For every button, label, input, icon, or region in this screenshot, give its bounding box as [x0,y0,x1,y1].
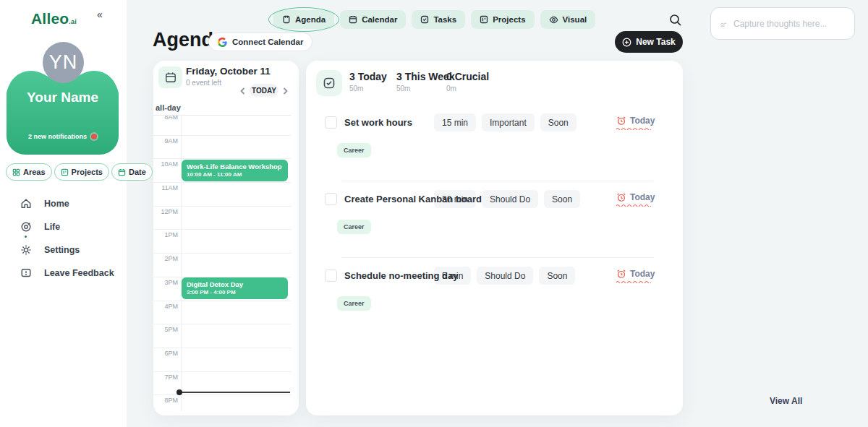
tab-calendar[interactable]: Calendar [340,10,406,29]
task-divider [342,181,653,181]
hour-label: 11AM [153,184,178,191]
chevron-right-icon[interactable] [281,85,289,98]
filter-areas[interactable]: Areas [6,163,52,181]
tasks-panel: 3 Today 50m 3 This Week 50m 0 Crucial 0m… [306,61,683,415]
top-navigation: Agenda Calendar Tasks Projects Visual [273,10,595,29]
due-underline-squiggle [616,127,651,130]
sidebar-item-feedback[interactable]: Leave Feedback [20,262,114,285]
hour-label: 8PM [153,397,178,404]
hour-row[interactable]: 4PM [153,301,292,324]
hour-row[interactable]: 9AM [153,135,292,159]
alarm-clock-icon [616,269,626,279]
hour-row[interactable]: 12PM [153,206,292,230]
sidebar: Alleo.ai « YN Your Name 2 new notificati… [0,0,127,427]
task-due-chip[interactable]: Today [616,116,655,126]
task-due-chip[interactable]: Today [616,192,655,202]
tab-projects[interactable]: Projects [471,10,534,29]
hour-row[interactable]: 8PM [153,394,292,415]
feedback-icon [20,267,32,280]
task-row: Set work hours 15 min Important Soon Tod… [306,116,683,182]
task-row: Create Personal Kanban board 30 min Shou… [306,192,683,259]
search-icon[interactable] [668,13,684,29]
plus-circle-icon [622,38,631,47]
filter-pills: Areas Projects Date [6,163,153,181]
task-due-chip[interactable]: Today [616,269,655,279]
all-day-row: all-day [153,102,292,116]
task-checkbox[interactable] [325,193,337,205]
filter-date-label: Date [129,168,146,176]
hour-label: 2PM [153,255,178,262]
today-button[interactable]: TODAY [250,84,278,97]
task-title[interactable]: Create Personal Kanban board [344,194,482,204]
sidebar-item-settings[interactable]: Settings [20,238,114,262]
tab-visual-label: Visual [563,15,587,24]
hour-label: 4PM [153,303,178,310]
home-icon [20,198,32,210]
filter-areas-label: Areas [23,168,46,176]
task-timing-pill[interactable]: Soon [540,113,576,131]
task-title[interactable]: Set work hours [344,117,412,128]
event-time: 3:00 PM - 4:00 PM [187,289,283,296]
calendar-icon [349,15,357,24]
kanban-icon [61,168,69,176]
new-task-button[interactable]: New Task [615,31,683,53]
gear-icon [20,244,32,256]
tab-visual[interactable]: Visual [540,10,596,29]
filter-date[interactable]: Date [111,163,153,181]
task-priority-pill[interactable]: Should Do [482,190,538,208]
sidebar-item-life[interactable]: Life [20,215,114,238]
task-timing-pill[interactable]: Soon [544,190,580,208]
google-logo-icon [218,38,227,47]
task-divider [342,257,653,258]
task-due-label: Today [630,192,655,202]
hour-label: 12PM [153,208,178,215]
app-window: Alleo.ai « YN Your Name 2 new notificati… [0,0,868,427]
tab-agenda[interactable]: Agenda [273,10,334,29]
event-title: Digital Detox Day [187,280,283,288]
connect-calendar-button[interactable]: Connect Calendar [208,33,312,51]
capture-thoughts-box[interactable] [710,7,855,40]
app-logo: Alleo.ai [31,10,77,27]
avatar[interactable]: YN [43,42,84,83]
target-icon [20,221,32,233]
hour-row[interactable]: 1PM [153,229,292,253]
tab-tasks[interactable]: Tasks [412,10,465,29]
task-timing-pill[interactable]: Soon [539,267,575,285]
task-title[interactable]: Schedule no-meeting day [344,270,458,281]
sidebar-item-home[interactable]: Home [20,192,114,215]
task-duration-pill[interactable]: 15 min [434,113,476,131]
hour-label: 10AM [153,160,178,168]
collapse-sidebar-icon[interactable]: « [97,9,103,20]
calendar-events-left: 0 event left [186,79,221,87]
calendar-event[interactable]: Work-Life Balance Workshop 10:00 AM - 11… [182,160,288,181]
view-all-link[interactable]: View All [770,396,802,406]
hour-row[interactable]: 11AM [153,182,292,206]
task-tag[interactable]: Career [337,220,371,234]
user-name: Your Name [7,90,119,105]
alarm-clock-icon [616,116,626,126]
areas-icon [12,168,20,176]
filter-projects[interactable]: Projects [54,163,109,181]
task-priority-pill[interactable]: Important [482,113,535,131]
notifications[interactable]: 2 new notifications [7,133,119,140]
connect-calendar-label: Connect Calendar [232,38,303,46]
summary-today: 3 Today 50m [349,71,387,92]
task-tag[interactable]: Career [337,143,371,158]
hour-row[interactable]: 5PM [153,324,292,348]
task-checkbox[interactable] [325,116,337,129]
calendar-day-grid[interactable]: 8AM 9AM 10AM 11AM 12PM 1PM 2PM 3PM 4PM 5… [153,102,292,415]
alarm-clock-icon [616,192,626,202]
summary-crucial-count: 0 Crucial [446,71,489,82]
hour-label: 3PM [153,279,178,286]
task-checkbox[interactable] [325,269,337,282]
chevron-left-icon[interactable] [239,85,247,98]
calendar-icon [118,168,126,176]
hour-row[interactable]: 6PM [153,348,292,371]
task-priority-pill[interactable]: Should Do [477,267,533,285]
filter-projects-label: Projects [72,168,103,176]
calendar-event[interactable]: Digital Detox Day 3:00 PM - 4:00 PM [182,277,288,299]
hour-row[interactable]: 2PM [153,253,292,277]
agenda-icon [282,15,291,24]
task-tag[interactable]: Career [337,296,371,311]
capture-thoughts-input[interactable] [733,19,846,29]
